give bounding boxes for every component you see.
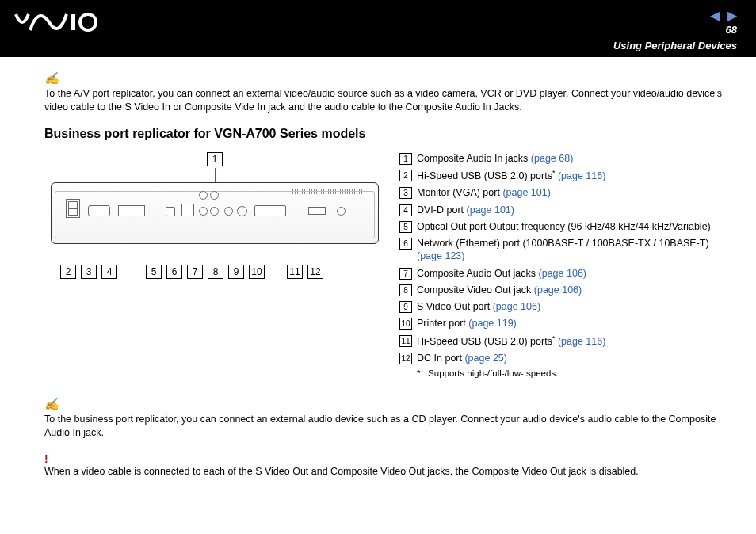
callout-box: 4	[101, 265, 117, 279]
warning-icon: !	[44, 452, 724, 465]
legend-item: 1Composite Audio In jacks (page 68)	[399, 152, 724, 165]
legend-number: 1	[399, 153, 412, 165]
nav-arrows: ◀ ▶	[710, 8, 737, 23]
prev-page-icon[interactable]: ◀	[710, 8, 720, 23]
legend-text: Composite Audio Out jacks (page 106)	[417, 267, 586, 280]
vaio-logo	[14, 11, 101, 36]
warning-text: When a video cable is connected to each …	[44, 465, 724, 479]
legend-text: Composite Video Out jack (page 106)	[417, 284, 582, 296]
callout-box: 9	[228, 265, 244, 279]
legend-item: 3Monitor (VGA) port (page 101)	[399, 186, 724, 199]
optical-port-icon	[166, 207, 175, 216]
page-link[interactable]: (page 119)	[468, 318, 516, 329]
page-content: ✍ To the A/V port replicator, you can co…	[0, 57, 756, 502]
page-link[interactable]: (page 101)	[502, 187, 550, 198]
callout-box: 3	[81, 265, 97, 279]
legend-number: 8	[399, 284, 412, 296]
page-link[interactable]: (page 106)	[534, 284, 582, 296]
legend-item: 5Optical Out port Output frequency (96 k…	[399, 220, 724, 233]
callout-box: 1	[207, 152, 223, 166]
callout-box: 8	[208, 265, 223, 279]
audio-in-jack-icon	[210, 191, 219, 200]
next-page-icon[interactable]: ▶	[727, 8, 737, 23]
callout-box: 2	[60, 265, 76, 279]
legend-text: Hi-Speed USB (USB 2.0) ports* (page 116)	[417, 169, 605, 182]
legend-item: 9S Video Out port (page 106)	[399, 300, 724, 313]
note-icon: ✍	[44, 71, 59, 86]
legend-text: S Video Out port (page 106)	[417, 300, 540, 313]
legend-item: 7Composite Audio Out jacks (page 106)	[399, 267, 724, 280]
svideo-port-icon	[237, 206, 247, 216]
callout-box: 10	[249, 265, 265, 279]
svg-rect-0	[71, 14, 75, 30]
callout-box: 12	[307, 265, 323, 279]
callout-box: 7	[187, 265, 203, 279]
page-link[interactable]: (page 106)	[493, 301, 540, 312]
legend-item: 8Composite Video Out jack (page 106)	[399, 284, 724, 296]
legend-number: 4	[399, 204, 412, 216]
legend-number: 5	[399, 221, 412, 233]
callout-box: 11	[287, 265, 303, 279]
bottom-callout-row: 2 3 4 5 6 7 8 9 10 11 12	[44, 265, 385, 279]
legend-text: Monitor (VGA) port (page 101)	[417, 186, 551, 199]
legend-number: 2	[399, 170, 412, 181]
legend-number: 3	[399, 187, 412, 199]
page-link[interactable]: (page 123)	[417, 250, 464, 261]
legend-item: 10Printer port (page 119)	[399, 317, 724, 330]
diagram-column: 1	[44, 152, 385, 279]
legend-item: 2Hi-Speed USB (USB 2.0) ports* (page 116…	[399, 169, 724, 182]
legend-list: 1Composite Audio In jacks (page 68) 2Hi-…	[399, 152, 724, 379]
note-icon: ✍	[44, 397, 59, 411]
section-title: Using Peripheral Devices	[613, 40, 737, 51]
page-number: 68	[726, 24, 737, 36]
audio-in-jack-icon	[199, 191, 208, 200]
vga-port-icon	[88, 205, 110, 216]
audio-out-jack-icon	[199, 207, 208, 216]
legend-text: Hi-Speed USB (USB 2.0) ports* (page 116)	[417, 334, 605, 348]
legend-number: 6	[399, 238, 412, 250]
legend-number: 10	[399, 318, 412, 330]
composite-video-icon	[224, 207, 233, 216]
page-link[interactable]: (page 68)	[531, 153, 574, 164]
page-link[interactable]: (page 101)	[467, 204, 514, 216]
legend-item: 11Hi-Speed USB (USB 2.0) ports* (page 11…	[399, 334, 724, 348]
svg-point-1	[80, 14, 96, 30]
legend-number: 7	[399, 268, 412, 280]
legend-item: 6Network (Ethernet) port (1000BASE-T / 1…	[399, 237, 724, 263]
usb-port-icon	[308, 207, 326, 215]
leader-line	[215, 168, 216, 182]
callout-box: 6	[166, 265, 182, 279]
page-header: ◀ ▶ 68 Using Peripheral Devices	[0, 0, 756, 57]
legend-number: 9	[399, 301, 412, 313]
page-link[interactable]: (page 116)	[558, 170, 605, 181]
legend-text: Network (Ethernet) port (1000BASE-T / 10…	[417, 237, 724, 263]
legend-text: Optical Out port Output frequency (96 kH…	[417, 220, 711, 233]
callout-box: 5	[146, 265, 162, 279]
page-link[interactable]: (page 106)	[539, 268, 586, 279]
audio-out-jack-icon	[210, 207, 219, 216]
port-replicator-diagram: 1	[44, 152, 385, 279]
legend-item: 12DC In port (page 25)	[399, 352, 724, 364]
legend-text: Printer port (page 119)	[417, 317, 517, 330]
note-text-1: To the A/V port replicator, you can conn…	[44, 87, 724, 114]
dvi-port-icon	[118, 205, 145, 216]
dc-in-icon	[337, 207, 346, 216]
legend-text: DVI-D port (page 101)	[417, 204, 514, 216]
legend-item: 4DVI-D port (page 101)	[399, 204, 724, 216]
page-link[interactable]: (page 25)	[464, 353, 507, 364]
legend-text: Composite Audio In jacks (page 68)	[417, 152, 573, 165]
page-link[interactable]: (page 116)	[558, 336, 605, 347]
legend-number: 12	[399, 353, 412, 364]
note-text-2: To the business port replicator, you can…	[44, 413, 724, 440]
legend-text: DC In port (page 25)	[417, 352, 507, 364]
ethernet-port-icon	[181, 204, 194, 216]
legend-number: 11	[399, 335, 412, 347]
footnote: * Supports high-/full-/low- speeds.	[417, 368, 724, 378]
device-body	[51, 182, 379, 244]
callout-top: 1	[207, 152, 223, 166]
printer-port-icon	[254, 205, 286, 216]
section-heading: Business port replicator for VGN-A700 Se…	[44, 127, 724, 141]
usb-port-icon	[66, 199, 80, 218]
